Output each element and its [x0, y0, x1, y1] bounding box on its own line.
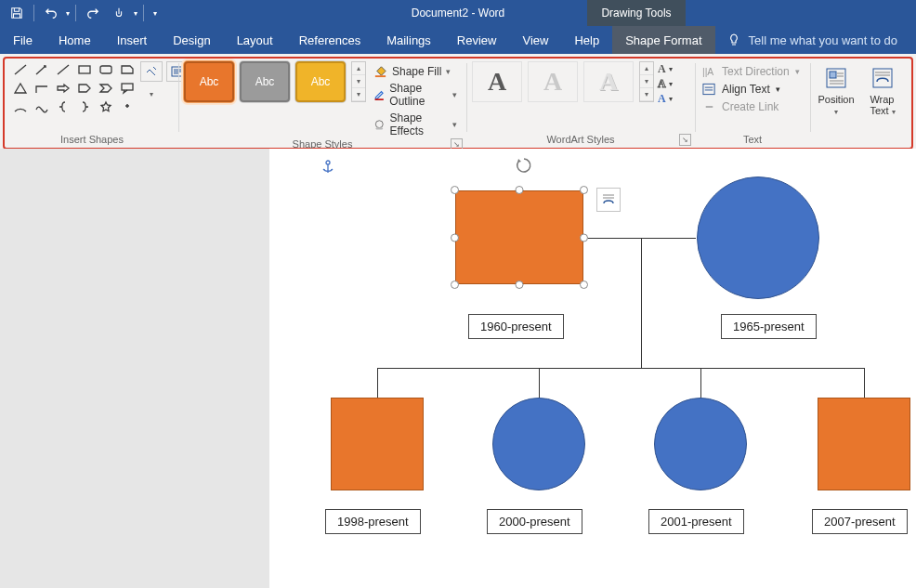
- resize-handle[interactable]: [580, 233, 588, 242]
- menu-view[interactable]: View: [509, 26, 561, 54]
- shapes-gallery[interactable]: [11, 61, 137, 115]
- menu-design[interactable]: Design: [160, 26, 223, 54]
- menu-review[interactable]: Review: [444, 26, 510, 54]
- style-prev[interactable]: ▴: [352, 62, 365, 75]
- label-child3[interactable]: 2001-present: [648, 509, 744, 534]
- menu-references[interactable]: References: [286, 26, 373, 54]
- text-fill-button[interactable]: A▾: [658, 62, 673, 76]
- resize-handle[interactable]: [451, 233, 459, 242]
- wordart-more[interactable]: ▾: [640, 88, 653, 101]
- group-label-text: Text: [700, 134, 805, 147]
- anchor-icon: [321, 160, 334, 178]
- wrap-text-button[interactable]: WrapText ▾: [862, 65, 903, 116]
- undo-button[interactable]: [40, 2, 62, 24]
- shape-rectangle-child1[interactable]: [331, 398, 424, 490]
- brace-left-shape[interactable]: [54, 98, 72, 115]
- window-title: Document2 - Word: [412, 7, 504, 20]
- position-icon: [823, 65, 849, 91]
- connector: [641, 238, 642, 368]
- tell-me-search[interactable]: Tell me what you want to do: [715, 26, 897, 54]
- wordart-style-3[interactable]: A: [583, 61, 634, 102]
- align-text-button[interactable]: Align Text▾: [700, 82, 802, 97]
- wordart-launcher[interactable]: ↘: [679, 134, 691, 146]
- shape-circle-child3[interactable]: [654, 398, 747, 490]
- layout-options-button[interactable]: [596, 188, 621, 212]
- rounded-rect-shape[interactable]: [97, 61, 115, 78]
- menu-help[interactable]: Help: [561, 26, 612, 54]
- triangle-shape[interactable]: [11, 80, 30, 97]
- edit-shape-button[interactable]: [140, 61, 163, 82]
- svg-rect-5: [122, 84, 133, 90]
- selected-shape[interactable]: [451, 186, 588, 289]
- callout-shape[interactable]: [118, 80, 137, 97]
- label-child1[interactable]: 1998-present: [325, 509, 421, 534]
- curve-shape[interactable]: [33, 98, 51, 115]
- label-parent1[interactable]: 1960-present: [468, 314, 564, 339]
- ribbon: ▾ Insert Shapes Abc Abc Abc ▴ ▾ ▾: [6, 59, 910, 147]
- rectangle-shape[interactable]: [75, 61, 94, 78]
- menu-mailings[interactable]: Mailings: [373, 26, 444, 54]
- star-shape[interactable]: [97, 98, 115, 115]
- snip-rect-shape[interactable]: [118, 61, 137, 78]
- shape-fill-button[interactable]: Shape Fill▾: [370, 63, 461, 79]
- brace-right-shape[interactable]: [75, 98, 94, 115]
- menu-file[interactable]: File: [0, 26, 46, 54]
- connector: [377, 368, 864, 369]
- style-swatch-yellow[interactable]: Abc: [295, 61, 346, 102]
- shapes-more[interactable]: [118, 98, 137, 115]
- resize-handle[interactable]: [516, 186, 524, 194]
- wordart-next[interactable]: ▾: [640, 75, 653, 88]
- wordart-gallery[interactable]: A A A ▴ ▾ ▾: [472, 61, 654, 102]
- wordart-prev[interactable]: ▴: [640, 62, 653, 75]
- shape-rectangle-parent1[interactable]: [455, 190, 583, 284]
- resize-handle[interactable]: [451, 186, 459, 194]
- menu-shape-format[interactable]: Shape Format: [612, 26, 714, 54]
- style-swatch-orange[interactable]: Abc: [184, 61, 234, 102]
- style-more[interactable]: ▾: [352, 88, 365, 101]
- style-next[interactable]: ▾: [352, 75, 365, 88]
- pentagon-shape[interactable]: [75, 80, 94, 97]
- redo-button[interactable]: [82, 2, 104, 24]
- arc-shape[interactable]: [11, 98, 30, 115]
- rotate-handle[interactable]: [515, 156, 533, 178]
- shape-rectangle-child4[interactable]: [818, 398, 910, 490]
- group-arrange: Position ▾ WrapText ▾: [810, 59, 910, 147]
- document-page[interactable]: 1960-present 1965-present 1998-present 2…: [269, 149, 916, 588]
- arrow-right-shape[interactable]: [54, 80, 72, 97]
- shape-outline-button[interactable]: Shape Outline▾: [370, 81, 461, 109]
- text-effects-button[interactable]: A▾: [658, 92, 673, 106]
- style-swatch-gray[interactable]: Abc: [240, 61, 290, 102]
- shape-circle-child2[interactable]: [492, 398, 585, 490]
- label-parent2[interactable]: 1965-present: [721, 314, 817, 339]
- workspace: 1960-present 1965-present 1998-present 2…: [0, 149, 916, 588]
- touch-mode-button[interactable]: [108, 2, 130, 24]
- resize-handle[interactable]: [580, 281, 588, 289]
- line-shape[interactable]: [11, 61, 30, 78]
- style-gallery-spinner: ▴ ▾ ▾: [351, 61, 366, 102]
- shape-effects-button[interactable]: Shape Effects▾: [370, 111, 461, 138]
- chevron-shape[interactable]: [97, 80, 115, 97]
- wordart-style-1[interactable]: A: [472, 61, 522, 102]
- save-button[interactable]: [6, 2, 28, 24]
- line-arrow-shape[interactable]: [33, 61, 51, 78]
- resize-handle[interactable]: [451, 281, 459, 289]
- elbow-shape[interactable]: [33, 80, 51, 97]
- touch-dropdown[interactable]: ▾: [134, 9, 137, 18]
- label-child4[interactable]: 2007-present: [812, 509, 908, 534]
- text-outline-button[interactable]: A▾: [658, 77, 673, 91]
- menu-insert[interactable]: Insert: [104, 26, 161, 54]
- position-button[interactable]: Position ▾: [816, 65, 857, 116]
- menu-layout[interactable]: Layout: [224, 26, 286, 54]
- resize-handle[interactable]: [516, 281, 524, 289]
- qat-customize[interactable]: ▾: [150, 9, 161, 18]
- shape-circle-parent2[interactable]: [697, 176, 819, 299]
- wordart-style-2[interactable]: A: [528, 61, 578, 102]
- menu-home[interactable]: Home: [46, 26, 104, 54]
- undo-dropdown[interactable]: ▾: [66, 9, 70, 18]
- shapes-dropdown[interactable]: ▾: [140, 84, 163, 104]
- shape-style-gallery[interactable]: Abc Abc Abc ▴ ▾ ▾: [184, 61, 366, 102]
- connector-shape[interactable]: [54, 61, 72, 78]
- label-child2[interactable]: 2000-present: [487, 509, 582, 534]
- svg-line-2: [58, 65, 69, 74]
- resize-handle[interactable]: [580, 186, 588, 194]
